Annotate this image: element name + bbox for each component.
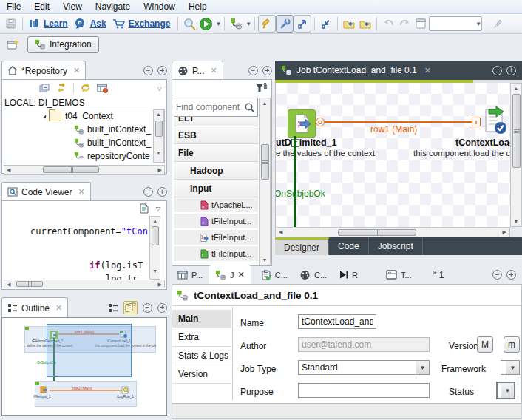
component-tfileinputdelimited[interactable]: ; xyxy=(288,109,316,138)
search-icon[interactable] xyxy=(244,102,255,113)
jobtype-select[interactable]: Standard ▼ xyxy=(298,360,430,375)
codeviewer-vscrollbar[interactable]: ▲ ▼ xyxy=(149,216,160,280)
menu-view[interactable]: View xyxy=(56,1,89,13)
status-select[interactable]: ▼ xyxy=(496,382,515,399)
import-icon[interactable] xyxy=(318,16,334,32)
search-input[interactable] xyxy=(174,102,244,112)
tab-target[interactable]: T... xyxy=(380,265,418,284)
maximize-icon[interactable]: + xyxy=(506,270,516,280)
maximize-icon[interactable]: + xyxy=(262,66,272,75)
row1-connection-line[interactable] xyxy=(325,121,472,123)
tab-job[interactable]: J ✕ xyxy=(209,265,251,284)
maximize-icon[interactable]: + xyxy=(157,187,167,197)
chevron-down-icon[interactable]: ▼ xyxy=(416,361,429,374)
scroll-up-icon[interactable]: ▲ xyxy=(154,112,163,117)
scroll-down-icon[interactable]: ▼ xyxy=(150,268,160,274)
ask-icon[interactable] xyxy=(72,16,89,32)
search-icon[interactable] xyxy=(181,16,197,32)
palette-item-tfileinput[interactable]: r tFileInput... xyxy=(174,246,258,262)
brush-icon[interactable] xyxy=(488,16,504,32)
minimize-icon[interactable]: − xyxy=(248,66,258,75)
close-icon[interactable]: ✕ xyxy=(55,303,62,313)
component-icon[interactable] xyxy=(228,16,244,32)
close-icon[interactable]: ✕ xyxy=(210,66,217,75)
learn-link[interactable]: Learn xyxy=(44,18,68,29)
scroll-up-icon[interactable]: ▲ xyxy=(511,86,521,91)
combo-dropdown-icon[interactable]: ▼ xyxy=(475,21,481,27)
chevron-down-icon[interactable]: ▼ xyxy=(501,383,514,398)
tab-designer[interactable]: Designer xyxy=(275,237,329,255)
collapse-all-icon[interactable] xyxy=(39,84,50,93)
thumbnail-view-icon[interactable] xyxy=(123,301,138,314)
maximize-icon[interactable]: + xyxy=(157,66,167,75)
scroll-down-icon[interactable]: ▼ xyxy=(260,257,270,262)
tab-problems[interactable]: P... xyxy=(172,265,209,284)
wrench-icon[interactable] xyxy=(276,15,294,33)
scroll-left-icon[interactable]: ◀ xyxy=(7,167,10,173)
close-icon[interactable]: ✕ xyxy=(78,187,84,197)
scroll-right-icon[interactable]: ▶ xyxy=(158,167,162,173)
palette-category-file[interactable]: File xyxy=(174,144,258,162)
export-items-icon[interactable] xyxy=(357,16,373,32)
nav-version[interactable]: Version xyxy=(172,365,231,384)
name-field[interactable] xyxy=(298,314,376,329)
palette-category-esb[interactable]: ESB xyxy=(174,126,258,144)
refresh-icon[interactable] xyxy=(80,83,91,93)
palette-category-input[interactable]: Input xyxy=(174,180,258,197)
tree-item-job[interactable]: built_inContext_ xyxy=(4,123,164,136)
learn-icon[interactable] xyxy=(26,16,42,32)
generate-code-icon[interactable] xyxy=(140,203,149,214)
run-icon[interactable] xyxy=(197,16,214,32)
import-items-icon[interactable] xyxy=(341,16,357,32)
scroll-up-icon[interactable]: ▲ xyxy=(260,101,270,106)
nav-stats-logs[interactable]: Stats & Logs xyxy=(172,347,231,365)
menu-file[interactable]: File xyxy=(0,1,27,13)
maximize-icon[interactable]: + xyxy=(506,66,516,75)
palette-vscrollbar[interactable]: ▲ ▼ xyxy=(259,98,271,265)
row1-connection-label[interactable]: row1 (Main) xyxy=(370,124,417,135)
canvas-vscrollbar[interactable]: ▲ ▼ xyxy=(510,83,522,227)
canvas-hscrollbar[interactable]: ◀ ▶ xyxy=(275,227,510,237)
minimize-icon[interactable]: − xyxy=(143,187,153,197)
tree-item-folder[interactable]: t04_Context xyxy=(4,109,164,123)
close-icon[interactable]: ✕ xyxy=(238,270,245,280)
chevron-down-icon[interactable]: ▼ xyxy=(506,361,519,374)
nav-main[interactable]: Main xyxy=(172,310,231,328)
tree-view-icon[interactable] xyxy=(108,303,118,313)
palette-item-tfileinput[interactable]: i tFileInput... xyxy=(174,230,258,246)
component-tcontextload[interactable] xyxy=(480,105,508,136)
onsubjobok-label[interactable]: OnSubjobOk xyxy=(275,189,325,199)
tab-job-editor[interactable]: Job tContextLoad_and_file 0.1 ✕ xyxy=(275,61,437,80)
minimize-icon[interactable]: − xyxy=(143,303,152,313)
close-icon[interactable]: ✕ xyxy=(424,66,431,75)
redo-icon[interactable] xyxy=(396,16,413,32)
palette-category-hadoop[interactable]: Hadoop xyxy=(174,162,258,180)
export-icon[interactable] xyxy=(294,15,311,33)
scroll-right-icon[interactable]: ▶ xyxy=(503,229,506,235)
tab-component[interactable]: C... xyxy=(294,265,333,284)
job-canvas[interactable]: ; O row1 (Main) I utDTimited_1 e the val… xyxy=(275,83,511,227)
component-dropdown-icon[interactable]: ▼ xyxy=(245,21,251,27)
tab-overflow-chevron[interactable]: » 1 xyxy=(427,265,450,284)
tab-jobscript[interactable]: Jobscript xyxy=(369,237,423,255)
scroll-left-icon[interactable]: ◀ xyxy=(7,282,10,288)
framework-select[interactable]: ▼ xyxy=(501,360,520,375)
minimize-icon[interactable]: − xyxy=(143,66,153,75)
filter-settings-icon[interactable] xyxy=(97,84,108,93)
tab-repository[interactable]: *Repository ✕ xyxy=(1,61,86,80)
tab-run[interactable]: R xyxy=(333,265,364,284)
tab-code-viewer[interactable]: Code Viewer ✕ xyxy=(1,182,91,201)
maximize-icon[interactable]: + xyxy=(157,303,167,313)
code-area[interactable]: currentComponent="tCon if(log.isT log.tr… xyxy=(2,216,166,280)
notes-icon[interactable] xyxy=(413,16,429,32)
scroll-right-icon[interactable]: ▶ xyxy=(158,282,162,288)
scroll-down-icon[interactable]: ▼ xyxy=(511,219,521,224)
tree-item-job[interactable]: repositoryConte xyxy=(4,149,164,163)
tab-outline[interactable]: Outline ✕ xyxy=(1,297,68,318)
menu-navigate[interactable]: Navigate xyxy=(89,1,137,13)
scroll-up-icon[interactable]: ▲ xyxy=(150,218,160,224)
perspective-integration-button[interactable]: Integration xyxy=(27,36,99,53)
palette-category-elt[interactable]: ELT xyxy=(174,117,258,126)
repository-hscrollbar[interactable]: ◀ ▶ xyxy=(4,165,165,175)
purpose-field[interactable] xyxy=(298,383,430,398)
